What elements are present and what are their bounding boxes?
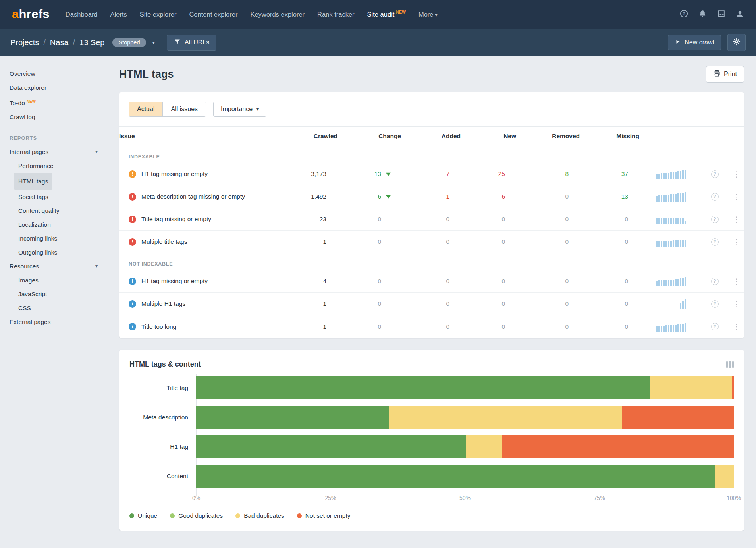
issue-link[interactable]: Multiple H1 tags xyxy=(141,300,185,307)
column-header-added[interactable]: Added xyxy=(401,127,461,146)
issue-cell[interactable]: iTitle too long xyxy=(119,323,286,330)
help-icon[interactable] xyxy=(711,216,719,223)
column-header-issue[interactable]: Issue xyxy=(119,127,286,146)
issue-cell[interactable]: !H1 tag missing or empty xyxy=(119,170,286,178)
breadcrumb-item-projects[interactable]: Projects xyxy=(10,38,39,47)
help-button[interactable]: ? xyxy=(680,10,688,19)
sidebar-item-label: Performance xyxy=(18,159,54,173)
issue-cell[interactable]: iH1 tag missing or empty xyxy=(119,278,286,285)
account-button[interactable] xyxy=(736,10,744,19)
sparkline-bar xyxy=(685,277,687,286)
issue-link[interactable]: H1 tag missing or empty xyxy=(141,278,208,285)
kebab-menu-icon[interactable] xyxy=(727,192,746,201)
issue-link[interactable]: H1 tag missing or empty xyxy=(141,170,208,178)
chevron-down-icon: ▾ xyxy=(95,145,98,159)
column-header-new[interactable]: New xyxy=(461,127,516,146)
added-cell: 0 xyxy=(401,238,461,245)
column-header-change[interactable]: Change xyxy=(338,127,401,146)
kebab-menu-icon[interactable] xyxy=(727,215,746,224)
chart-title: HTML tags & content xyxy=(129,360,201,369)
nav-item-rank-tracker[interactable]: Rank tracker xyxy=(317,11,355,18)
sidebar-item-crawl-log[interactable]: Crawl log xyxy=(10,110,112,124)
sidebar-item-label: HTML tags xyxy=(14,173,52,190)
tab-actual[interactable]: Actual xyxy=(129,102,162,116)
nav-item-dashboard[interactable]: Dashboard xyxy=(66,11,98,18)
legend-label: Not set or empty xyxy=(305,512,351,519)
print-button[interactable]: Print xyxy=(706,66,744,83)
tab-all-issues[interactable]: All issues xyxy=(162,102,206,116)
help-icon[interactable] xyxy=(711,300,719,308)
help-icon[interactable] xyxy=(711,278,719,285)
kebab-menu-icon[interactable] xyxy=(727,299,746,309)
sidebar-item-social-tags[interactable]: Social tags xyxy=(10,190,112,204)
sidebar-item-performance[interactable]: Performance xyxy=(10,159,112,173)
help-icon[interactable] xyxy=(711,170,719,178)
help-icon[interactable] xyxy=(711,323,719,330)
issue-link[interactable]: Multiple title tags xyxy=(141,238,187,245)
nav-item-keywords-explorer[interactable]: Keywords explorer xyxy=(250,11,305,18)
sidebar-item-to-do[interactable]: To-doNEW xyxy=(10,95,112,110)
importance-dropdown[interactable]: Importance ▾ xyxy=(213,102,266,117)
sparkline-bar xyxy=(661,173,663,179)
crawled-cell: 4 xyxy=(286,278,338,285)
column-header-missing[interactable]: Missing xyxy=(580,127,639,146)
sparkline-bar xyxy=(656,309,658,309)
sidebar-item-localization[interactable]: Localization xyxy=(10,218,112,232)
help-icon[interactable] xyxy=(711,193,719,201)
sidebar-item-incoming-links[interactable]: Incoming links xyxy=(10,232,112,245)
issue-link[interactable]: Title too long xyxy=(141,323,176,330)
sidebar-item-images[interactable]: Images xyxy=(10,273,112,287)
sidebar-item-html-tags[interactable]: HTML tags xyxy=(10,173,112,190)
sidebar-item-external-pages[interactable]: External pages xyxy=(10,315,112,329)
kebab-menu-icon[interactable] xyxy=(727,277,746,286)
chart-card: HTML tags & content Title tagMeta descri… xyxy=(119,350,744,531)
all-urls-label: All URLs xyxy=(185,39,209,46)
help-icon[interactable] xyxy=(711,238,719,246)
new-cell-value: 0 xyxy=(501,216,505,222)
settings-button[interactable] xyxy=(727,34,746,51)
nav-item-site-audit[interactable]: Site auditNEW xyxy=(367,11,406,18)
new-crawl-button[interactable]: New crawl xyxy=(668,35,721,50)
sidebar-item-css[interactable]: CSS xyxy=(10,301,112,315)
column-header-removed[interactable]: Removed xyxy=(516,127,580,146)
sidebar-item-data-explorer[interactable]: Data explorer xyxy=(10,81,112,95)
sidebar-item-label: Localization xyxy=(18,218,51,232)
breadcrumb-item-13-sep[interactable]: 13 Sep xyxy=(79,38,104,47)
nav-item-more[interactable]: More▾ xyxy=(418,11,438,18)
sparkline-bar xyxy=(670,172,672,179)
column-header-crawled[interactable]: Crawled xyxy=(286,127,338,146)
notifications-button[interactable] xyxy=(698,10,707,19)
kebab-menu-icon[interactable] xyxy=(727,170,746,179)
breadcrumb-item-nasa[interactable]: Nasa xyxy=(50,38,69,47)
ahrefs-logo[interactable]: ahrefs xyxy=(12,7,50,21)
sparkline-bar xyxy=(663,326,665,332)
crawl-dropdown-caret[interactable]: ▾ xyxy=(152,40,155,46)
inbox-icon xyxy=(717,10,725,19)
nav-item-content-explorer[interactable]: Content explorer xyxy=(189,11,237,18)
sparkline-bar xyxy=(658,195,660,202)
inbox-button[interactable] xyxy=(717,10,725,19)
all-urls-button[interactable]: All URLs xyxy=(167,35,216,51)
issue-link[interactable]: Title tag missing or empty xyxy=(141,216,211,223)
sidebar-item-content-quality[interactable]: Content quality xyxy=(10,204,112,218)
sidebar-item-overview[interactable]: Overview xyxy=(10,67,112,81)
bar-segment-unique xyxy=(196,376,650,399)
kebab-menu-icon[interactable] xyxy=(727,237,746,247)
kebab-menu-icon[interactable] xyxy=(727,322,746,331)
issue-cell[interactable]: iMultiple H1 tags xyxy=(119,300,286,308)
sidebar-item-internal-pages[interactable]: Internal pages▾ xyxy=(10,145,112,159)
column-settings-icon[interactable] xyxy=(726,361,734,368)
issue-row: iMultiple H1 tags100000 xyxy=(119,293,744,315)
sidebar: OverviewData explorerTo-doNEWCrawl log R… xyxy=(0,56,112,548)
sidebar-item-resources[interactable]: Resources▾ xyxy=(10,259,112,273)
nav-item-site-explorer[interactable]: Site explorer xyxy=(140,11,177,18)
sidebar-item-javascript[interactable]: JavaScript xyxy=(10,287,112,301)
issue-cell[interactable]: !Multiple title tags xyxy=(119,238,286,246)
issue-cell[interactable]: !Title tag missing or empty xyxy=(119,216,286,223)
funnel-icon xyxy=(174,39,181,47)
nav-item-alerts[interactable]: Alerts xyxy=(110,11,127,18)
issue-cell[interactable]: !Meta description tag missing or empty xyxy=(119,193,286,201)
sidebar-item-outgoing-links[interactable]: Outgoing links xyxy=(10,245,112,259)
change-cell: 0 xyxy=(338,323,401,330)
issue-link[interactable]: Meta description tag missing or empty xyxy=(141,193,245,200)
